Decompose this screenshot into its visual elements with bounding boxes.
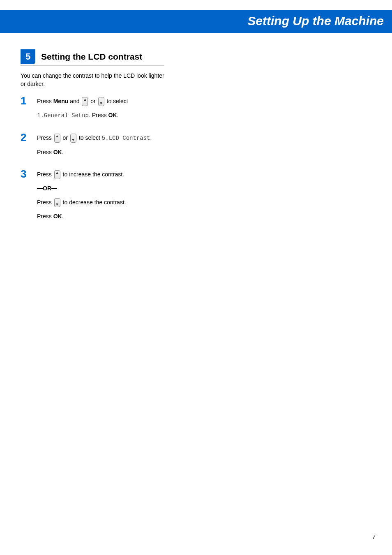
- steps-list: 1 Press Menu and or to select 1.General …: [21, 95, 164, 224]
- text: .: [62, 149, 64, 155]
- text: .: [150, 134, 152, 141]
- section-number-badge: 5: [21, 49, 35, 64]
- step-2: 2 Press or to select 5.LCD Contrast. Pre…: [21, 132, 164, 160]
- page-number: 7: [372, 533, 376, 540]
- section-number: 5: [25, 51, 30, 62]
- text: . Press: [89, 112, 108, 118]
- step-number: 1: [21, 95, 32, 124]
- step-number: 2: [21, 132, 32, 160]
- step-3: 3 Press to increase the contrast. —OR— P…: [21, 169, 164, 224]
- header-title: Setting Up the Machine: [247, 14, 384, 28]
- section-title: Setting the LCD contrast: [41, 52, 142, 62]
- text: Press: [37, 171, 53, 178]
- menu-option-code: 5.LCD Contrast: [102, 135, 150, 141]
- ok-key-label: OK: [53, 149, 62, 155]
- step-body: Press or to select 5.LCD Contrast. Press…: [37, 132, 164, 160]
- ok-key-label: OK: [53, 213, 62, 220]
- down-arrow-key-icon: [70, 134, 76, 143]
- ok-key-label: OK: [108, 112, 117, 118]
- down-arrow-key-icon: [98, 97, 104, 106]
- step-body: Press Menu and or to select 1.General Se…: [37, 95, 164, 124]
- menu-option-code: 1.General Setup: [37, 112, 89, 119]
- text: or: [61, 134, 69, 141]
- text: to increase the contrast.: [61, 171, 124, 178]
- text: or: [89, 98, 97, 104]
- content-column: 5 Setting the LCD contrast You can chang…: [0, 33, 185, 224]
- text: Press: [37, 134, 53, 141]
- text: Press: [37, 213, 53, 220]
- down-arrow-key-icon: [54, 198, 60, 207]
- up-arrow-key-icon: [82, 97, 88, 106]
- step-body: Press to increase the contrast. —OR— Pre…: [37, 169, 164, 224]
- section-heading-row: 5 Setting the LCD contrast: [21, 49, 164, 65]
- text: .: [62, 213, 64, 220]
- text: Press: [37, 98, 53, 104]
- text: to select: [77, 134, 102, 141]
- menu-key-label: Menu: [53, 98, 69, 104]
- text: and: [68, 98, 81, 104]
- step-1: 1 Press Menu and or to select 1.General …: [21, 95, 164, 124]
- text: Press: [37, 199, 53, 206]
- page-header: Setting Up the Machine: [0, 10, 392, 33]
- step-number: 3: [21, 169, 32, 224]
- text: to decrease the contrast.: [61, 199, 126, 206]
- intro-text: You can change the contrast to help the …: [21, 72, 164, 88]
- up-arrow-key-icon: [54, 134, 60, 143]
- text: to select: [105, 98, 128, 104]
- text: Press: [37, 149, 53, 155]
- text: .: [117, 112, 119, 118]
- up-arrow-key-icon: [54, 170, 60, 179]
- or-label: —OR—: [37, 183, 164, 194]
